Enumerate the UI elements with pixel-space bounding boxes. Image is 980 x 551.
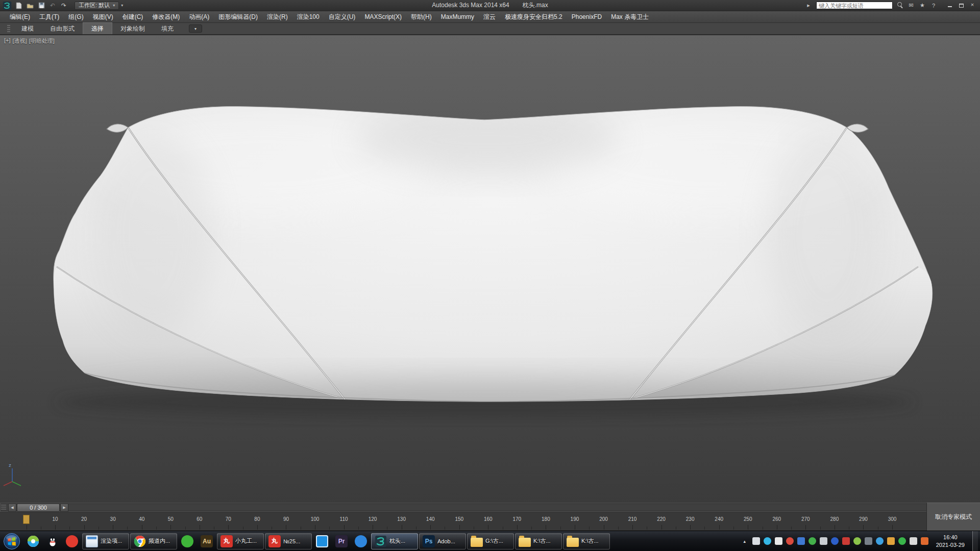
timeline-options-icon[interactable]: [1, 505, 6, 511]
next-frame-button[interactable]: ▶: [60, 504, 68, 512]
tray-app-12[interactable]: [876, 537, 884, 545]
menu-item-2[interactable]: 工具(T): [35, 11, 64, 22]
taskbar-button-app-green[interactable]: [178, 533, 197, 549]
ribbon-tab-1[interactable]: 建模: [13, 23, 42, 34]
menu-item-7[interactable]: 动画(A): [184, 11, 214, 22]
menu-item-3[interactable]: 组(G): [64, 11, 88, 22]
tray-app-5[interactable]: [797, 537, 805, 545]
tray-app-11[interactable]: [865, 537, 872, 545]
menu-item-16[interactable]: 极速瘦身安全归档5.2: [500, 11, 567, 22]
tray-app-10[interactable]: [853, 537, 861, 545]
show-desktop-button[interactable]: [972, 531, 978, 551]
menu-item-13[interactable]: 帮助(H): [406, 11, 436, 22]
save-file-icon[interactable]: [37, 2, 46, 10]
maximize-button[interactable]: [955, 2, 967, 10]
viewport-canvas[interactable]: z: [0, 35, 980, 503]
search-icon[interactable]: [897, 2, 903, 9]
tray-app-14[interactable]: [898, 537, 906, 545]
tray-app-6[interactable]: [808, 537, 816, 545]
taskbar-button-render[interactable]: 渲染项...: [82, 533, 129, 549]
tray-app-2[interactable]: [764, 537, 771, 545]
frame-tick-label: 80: [254, 516, 260, 522]
infocenter-expand-icon[interactable]: ▸: [805, 2, 812, 9]
taskbar-button-app-grid[interactable]: [313, 533, 331, 549]
menu-item-10[interactable]: 渲染100: [292, 11, 324, 22]
tray-volume-icon[interactable]: [910, 537, 917, 545]
taskbar-button-audition[interactable]: Au: [198, 533, 216, 549]
frame-tick: [632, 525, 633, 530]
taskbar-button-xiaowan-2[interactable]: 丸№25...: [265, 533, 312, 549]
undo-icon[interactable]: ↶: [48, 2, 57, 10]
frame-tick-label: 180: [542, 516, 550, 522]
menu-item-12[interactable]: MAXScript(X): [360, 11, 406, 22]
taskbar-button-xiaowan[interactable]: 丸小丸工...: [217, 533, 264, 549]
clock-date: 2021-03-29: [936, 541, 965, 548]
ribbon-grip-icon[interactable]: [7, 25, 10, 32]
taskbar-button-browser[interactable]: [24, 533, 42, 549]
time-slider-track[interactable]: [1, 504, 979, 511]
previous-frame-button[interactable]: ◀: [8, 504, 16, 512]
menu-item-11[interactable]: 自定义(U): [324, 11, 360, 22]
tray-app-8[interactable]: [831, 537, 839, 545]
current-frame-marker[interactable]: [23, 515, 30, 524]
frame-tick-label: 230: [686, 516, 695, 522]
redo-icon[interactable]: ↷: [59, 2, 68, 10]
3dsmax-logo-icon[interactable]: [2, 1, 12, 10]
taskbar-button-photoshop[interactable]: PsAdob...: [419, 533, 466, 549]
ribbon-minimize-button[interactable]: ▾: [189, 24, 202, 33]
taskbar-clock[interactable]: 16:40 2021-03-29: [936, 534, 965, 548]
ribbon-tab-4[interactable]: 对象绘制: [112, 23, 153, 34]
workspace-menu-caret-icon[interactable]: ▾: [121, 3, 123, 8]
taskbar-button-3dsmax[interactable]: 枕头...: [371, 533, 418, 549]
close-button[interactable]: ×: [967, 2, 978, 10]
taskbar-button-explorer-k1[interactable]: K:\古...: [515, 533, 562, 549]
start-button[interactable]: [0, 531, 23, 551]
viewport[interactable]: [+] [透视] [明暗处理]: [0, 35, 980, 503]
workspace-selector[interactable]: 工作区: 默认 ▾: [75, 2, 119, 10]
menu-item-15[interactable]: 渲云: [479, 11, 500, 22]
ribbon-tab-2[interactable]: 自由形式: [42, 23, 83, 34]
communication-center-icon[interactable]: ✉: [908, 2, 915, 9]
taskbar-button-chrome[interactable]: 频道内...: [130, 533, 177, 549]
menu-item-14[interactable]: MaxMummy: [436, 11, 479, 22]
favorites-icon[interactable]: ★: [919, 2, 926, 9]
help-icon[interactable]: ?: [930, 3, 937, 9]
menu-item-8[interactable]: 图形编辑器(D): [214, 11, 262, 22]
minimize-button[interactable]: [944, 2, 955, 10]
viewport-menu-pov[interactable]: [透视]: [13, 37, 27, 45]
menu-item-4[interactable]: 视图(V): [88, 11, 118, 22]
tray-app-7[interactable]: [820, 537, 827, 545]
tray-app-13[interactable]: [887, 537, 895, 545]
qq-icon: [46, 535, 59, 547]
cancel-expert-mode-button[interactable]: 取消专家模式: [926, 503, 980, 531]
time-slider[interactable]: ◀ 0 / 300 ▶: [0, 503, 980, 513]
taskbar-button-app-red[interactable]: [63, 533, 81, 549]
taskbar-button-qq[interactable]: [43, 533, 62, 549]
menu-item-6[interactable]: 修改器(M): [148, 11, 184, 22]
tray-app-4[interactable]: [786, 537, 794, 545]
menu-item-18[interactable]: Max 杀毒卫士: [606, 11, 653, 22]
search-input[interactable]: [816, 2, 893, 9]
taskbar-button-app-blue[interactable]: [352, 533, 370, 549]
menu-item-9[interactable]: 渲染(R): [262, 11, 292, 22]
taskbar-button-premiere[interactable]: Pr: [332, 533, 351, 549]
new-file-icon[interactable]: [14, 2, 23, 10]
open-file-icon[interactable]: [26, 2, 35, 10]
time-slider-handle[interactable]: 0 / 300: [17, 504, 60, 512]
menu-item-1[interactable]: 编辑(E): [5, 11, 35, 22]
taskbar-button-explorer-k2[interactable]: K:\古...: [563, 533, 610, 549]
show-hidden-icons-button[interactable]: ▴: [741, 539, 749, 544]
taskbar-button-explorer-g[interactable]: G:\古...: [467, 533, 514, 549]
menu-item-17[interactable]: PhoenixFD: [567, 11, 606, 22]
ribbon-tab-5[interactable]: 填充: [153, 23, 182, 34]
menu-item-5[interactable]: 创建(C): [118, 11, 148, 22]
tray-app-1[interactable]: [752, 537, 760, 545]
ribbon-tab-3[interactable]: 选择: [83, 22, 112, 34]
tray-network-icon[interactable]: [921, 537, 928, 545]
viewport-menu-general[interactable]: [+]: [4, 37, 11, 45]
tray-app-3[interactable]: [775, 537, 782, 545]
viewport-menu-shading[interactable]: [明暗处理]: [29, 37, 55, 45]
frame-tick: [228, 525, 229, 530]
track-bar[interactable]: 1020304050607080901001101201301401501601…: [0, 513, 980, 531]
tray-app-9[interactable]: [842, 537, 850, 545]
